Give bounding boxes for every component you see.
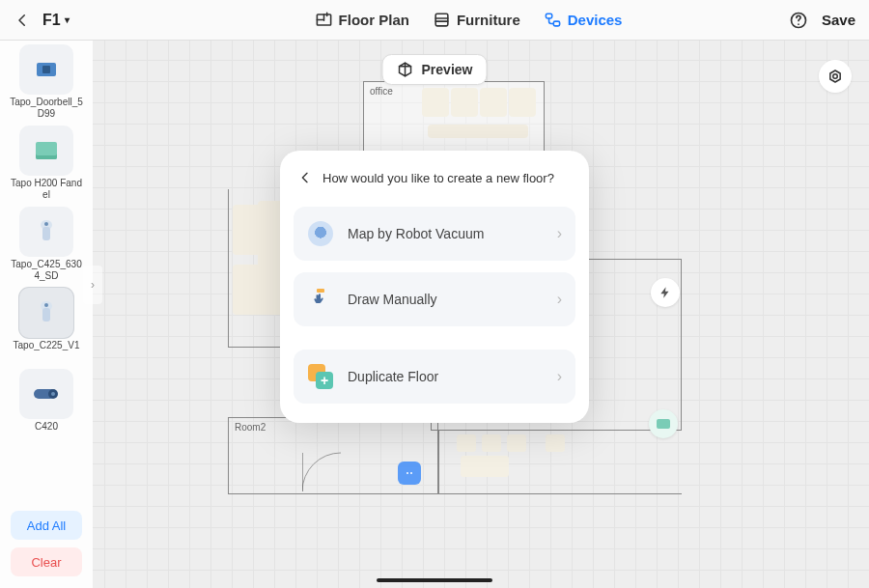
svg-point-15 [44,303,48,307]
topbar-tabs: Floor Plan Furniture Devices [187,7,749,33]
modal-option-label: Duplicate Floor [348,369,544,384]
tab-furniture[interactable]: Furniture [427,7,526,33]
dining-area [438,431,682,494]
tab-devices[interactable]: Devices [538,7,629,33]
modal-option[interactable]: Draw Manually› [294,272,575,326]
svg-point-8 [410,472,412,474]
device-item[interactable]: Tapo_Doorbell_5D99 [9,44,84,120]
floor-plan-icon [315,11,333,29]
sidebar-expand-button[interactable]: › [83,266,102,304]
top-bar: F1 Floor Plan Furniture Devices Save [0,0,869,41]
clear-button[interactable]: Clear [11,547,82,576]
modal-option[interactable]: Map by Robot Vacuum› [294,207,575,261]
svg-point-7 [406,472,408,474]
home-indicator [377,578,492,582]
device-marker-outlet[interactable] [398,462,421,485]
device-marker-hub[interactable] [649,409,678,438]
floor-selector[interactable]: F1 [42,12,70,29]
modal-title: How would you like to create a new floor… [322,171,554,185]
svg-rect-11 [42,227,50,240]
modal-back-icon[interactable] [297,170,313,185]
topbar-left: F1 [14,12,187,29]
chevron-right-icon: › [557,225,562,242]
canvas-settings-button[interactable] [819,60,852,93]
back-icon[interactable] [14,12,31,29]
svg-point-9 [833,74,838,79]
add-all-button[interactable]: Add All [11,511,82,540]
device-sidebar: Tapo_Doorbell_5D99Tapo H200 FandelTapo_C… [0,41,93,588]
modal-option-label: Draw Manually [348,292,544,307]
device-label: C420 [35,421,58,444]
modal-option[interactable]: +Duplicate Floor› [294,350,575,404]
preview-button[interactable]: Preview [382,54,488,85]
device-item[interactable]: Tapo_C225_V1 [9,288,84,363]
device-item[interactable]: C420 [9,369,84,444]
modal-option-label: Map by Robot Vacuum [348,226,544,241]
device-label: Tapo_C425_6304_SD [9,259,84,282]
tab-devices-label: Devices [568,12,623,28]
device-thumb [19,288,73,338]
preview-icon [397,61,414,78]
svg-rect-3 [553,21,559,26]
device-thumb [19,126,73,176]
svg-point-18 [51,392,55,396]
floor-label: F1 [42,12,61,29]
device-label: Tapo_C225_V1 [14,340,80,363]
chevron-right-icon: › [557,368,562,385]
chevron-right-icon: › [557,291,562,308]
robot-icon [307,220,334,247]
device-list: Tapo_Doorbell_5D99Tapo H200 FandelTapo_C… [6,44,87,511]
new-floor-modal: How would you like to create a new floor… [280,151,589,423]
device-marker-energy[interactable] [651,278,680,307]
svg-rect-14 [42,308,50,322]
svg-rect-1 [435,14,448,26]
furniture-icon [433,11,451,29]
device-item[interactable]: Tapo H200 Fandel [9,126,84,201]
device-label: Tapo_Doorbell_5D99 [9,97,84,120]
device-item[interactable]: Tapo_C425_6304_SD [9,207,84,282]
save-button[interactable]: Save [822,12,855,28]
device-thumb [19,369,73,419]
devices-icon [544,11,562,29]
device-thumb [19,207,73,257]
tab-floor-plan[interactable]: Floor Plan [309,7,415,33]
svg-point-12 [44,222,48,226]
device-label: Tapo H200 Fandel [9,178,84,201]
preview-label: Preview [422,62,473,77]
modal-header: How would you like to create a new floor… [294,170,575,185]
tab-furniture-label: Furniture [457,12,520,28]
duplicate-icon: + [307,363,334,390]
room-office-label: office [370,86,393,97]
room-two-label: Room2 [235,422,266,433]
gear-icon [827,68,844,85]
device-thumb [19,44,73,95]
svg-point-5 [798,23,799,25]
svg-rect-19 [317,289,324,293]
help-icon[interactable] [789,11,808,30]
topbar-right: Save [749,11,855,30]
tab-floor-plan-label: Floor Plan [339,12,409,28]
hand-icon [307,286,334,313]
